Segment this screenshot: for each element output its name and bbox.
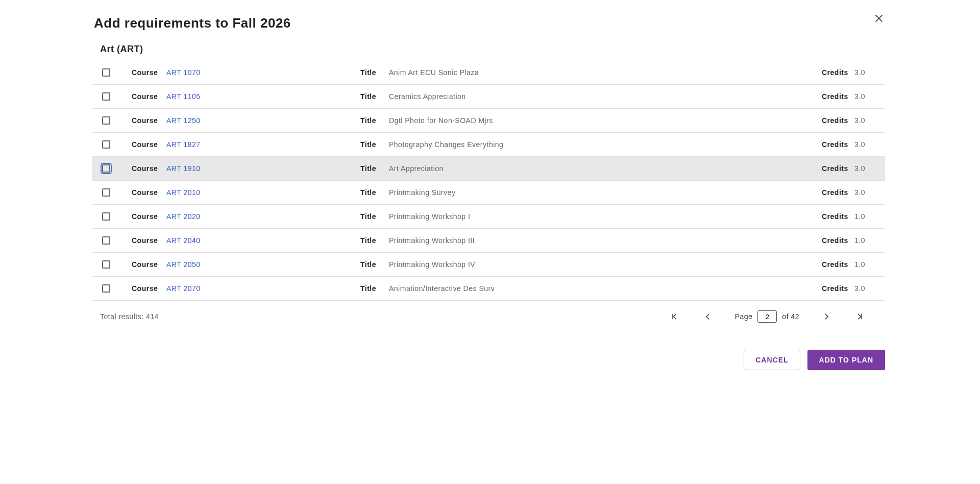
- row-checkbox[interactable]: [102, 284, 110, 293]
- course-code-link[interactable]: ART 2050: [166, 260, 201, 269]
- last-page-button[interactable]: [853, 310, 867, 323]
- results-scroll-area[interactable]: Art (ART) Course ART 1070 Title Anim Art…: [92, 44, 888, 323]
- credits-label: Credits: [822, 236, 854, 245]
- course-code-link[interactable]: ART 1105: [166, 92, 201, 101]
- row-checkbox[interactable]: [102, 188, 110, 197]
- course-code-link[interactable]: ART 2010: [166, 188, 201, 197]
- course-link-cell: ART 2020: [166, 212, 360, 221]
- dialog-title: Add requirements to Fall 2026: [94, 15, 888, 31]
- title-label: Title: [360, 164, 384, 173]
- credits-label: Credits: [822, 68, 854, 77]
- checkbox-cell: [102, 68, 132, 77]
- course-link-cell: ART 1250: [166, 116, 360, 125]
- title-label: Title: [360, 236, 384, 245]
- credits-label: Credits: [822, 188, 854, 197]
- checkbox-cell: [102, 116, 132, 125]
- credits-value: 3.0: [854, 92, 875, 101]
- course-title: Photography Changes Everything: [384, 140, 822, 149]
- course-code-link[interactable]: ART 2040: [166, 236, 201, 245]
- course-link-cell: ART 2010: [166, 188, 360, 197]
- course-code-link[interactable]: ART 2020: [166, 212, 201, 221]
- chevron-left-icon: [703, 312, 713, 321]
- title-label: Title: [360, 284, 384, 293]
- course-link-cell: ART 1827: [166, 140, 360, 149]
- close-button[interactable]: [871, 10, 887, 27]
- course-row: Course ART 2010 Title Printmaking Survey…: [92, 181, 885, 205]
- course-label: Course: [132, 116, 166, 125]
- course-title: Ceramics Appreciation: [384, 92, 822, 101]
- course-code-link[interactable]: ART 1827: [166, 140, 201, 149]
- row-checkbox[interactable]: [102, 212, 110, 221]
- row-checkbox[interactable]: [102, 116, 110, 125]
- total-results: Total results: 414: [100, 312, 668, 321]
- title-label: Title: [360, 188, 384, 197]
- course-link-cell: ART 2040: [166, 236, 360, 245]
- credits-label: Credits: [822, 212, 854, 221]
- credits-value: 3.0: [854, 116, 875, 125]
- first-page-button[interactable]: [668, 310, 681, 323]
- course-label: Course: [132, 140, 166, 149]
- row-checkbox[interactable]: [102, 140, 110, 149]
- course-code-link[interactable]: ART 2070: [166, 284, 201, 293]
- row-checkbox[interactable]: [102, 260, 110, 269]
- course-label: Course: [132, 260, 166, 269]
- course-code-link[interactable]: ART 1250: [166, 116, 201, 125]
- course-row: Course ART 2040 Title Printmaking Worksh…: [92, 229, 885, 253]
- course-title: Printmaking Workshop III: [384, 236, 822, 245]
- close-icon: [873, 13, 885, 24]
- credits-value: 3.0: [854, 140, 875, 149]
- course-title: Printmaking Workshop IV: [384, 260, 822, 269]
- title-label: Title: [360, 140, 384, 149]
- course-label: Course: [132, 188, 166, 197]
- course-title: Anim Art ECU Sonic Plaza: [384, 68, 822, 77]
- course-title: Printmaking Workshop I: [384, 212, 822, 221]
- title-label: Title: [360, 212, 384, 221]
- course-label: Course: [132, 284, 166, 293]
- course-title: Dgtl Photo for Non-SOAD Mjrs: [384, 116, 822, 125]
- page-of-label: of 42: [782, 312, 799, 321]
- credits-label: Credits: [822, 284, 854, 293]
- title-label: Title: [360, 68, 384, 77]
- add-to-plan-button[interactable]: ADD TO PLAN: [807, 350, 885, 370]
- title-label: Title: [360, 260, 384, 269]
- course-code-link[interactable]: ART 1910: [166, 164, 201, 173]
- course-title: Animation/Interactive Des Surv: [384, 284, 822, 293]
- checkbox-cell: [102, 92, 132, 101]
- course-link-cell: ART 1105: [166, 92, 360, 101]
- course-row: Course ART 1827 Title Photography Change…: [92, 133, 885, 157]
- credits-label: Credits: [822, 140, 854, 149]
- title-label: Title: [360, 116, 384, 125]
- page-input[interactable]: [757, 310, 777, 323]
- chevron-first-icon: [670, 312, 679, 321]
- row-checkbox[interactable]: [102, 236, 110, 245]
- checkbox-cell: [102, 236, 132, 245]
- credits-value: 3.0: [854, 284, 875, 293]
- course-row: Course ART 1105 Title Ceramics Appreciat…: [92, 85, 885, 109]
- course-label: Course: [132, 92, 166, 101]
- prev-page-button[interactable]: [701, 310, 715, 323]
- course-code-link[interactable]: ART 1070: [166, 68, 201, 77]
- row-checkbox[interactable]: [102, 92, 110, 101]
- course-row: Course ART 2020 Title Printmaking Worksh…: [92, 205, 885, 229]
- course-link-cell: ART 2070: [166, 284, 360, 293]
- credits-label: Credits: [822, 260, 854, 269]
- title-label: Title: [360, 92, 384, 101]
- course-row: Course ART 2050 Title Printmaking Worksh…: [92, 253, 885, 277]
- course-title: Printmaking Survey: [384, 188, 822, 197]
- checkbox-cell: [102, 164, 132, 173]
- checkbox-cell: [102, 188, 132, 197]
- course-link-cell: ART 1070: [166, 68, 360, 77]
- credits-value: 3.0: [854, 164, 875, 173]
- row-checkbox[interactable]: [102, 164, 110, 173]
- course-link-cell: ART 2050: [166, 260, 360, 269]
- page-indicator: Page of 42: [735, 310, 799, 323]
- next-page-button[interactable]: [820, 310, 833, 323]
- row-checkbox[interactable]: [102, 68, 110, 77]
- cancel-button[interactable]: CANCEL: [744, 350, 800, 370]
- section-header: Art (ART): [100, 44, 885, 55]
- dialog-footer: CANCEL ADD TO PLAN: [92, 350, 888, 370]
- pager: Total results: 414 Page of 42: [92, 310, 885, 323]
- credits-label: Credits: [822, 116, 854, 125]
- chevron-last-icon: [855, 312, 865, 321]
- course-list: Course ART 1070 Title Anim Art ECU Sonic…: [92, 61, 885, 301]
